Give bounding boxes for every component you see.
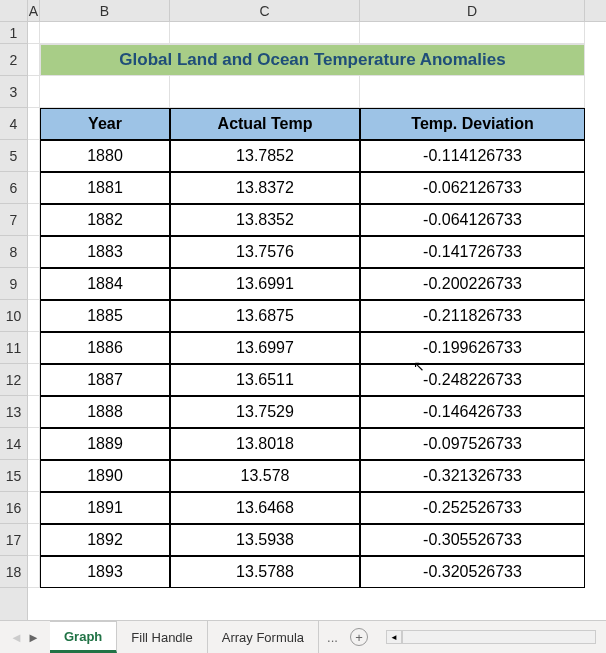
cell-actual-temp[interactable]: 13.7852	[170, 140, 360, 172]
cell-temp-deviation[interactable]: -0.211826733	[360, 300, 585, 332]
cell-year[interactable]: 1885	[40, 300, 170, 332]
row-header[interactable]: 13	[0, 396, 27, 428]
cell-year[interactable]: 1884	[40, 268, 170, 300]
tab-nav-prev-icon[interactable]: ◄	[10, 630, 23, 645]
cell-temp-deviation[interactable]: -0.320526733	[360, 556, 585, 588]
cell-year[interactable]: 1889	[40, 428, 170, 460]
row-header[interactable]: 11	[0, 332, 27, 364]
tab-nav-next-icon[interactable]: ►	[27, 630, 40, 645]
cell-actual-temp[interactable]: 13.7529	[170, 396, 360, 428]
sheet-title: Global Land and Ocean Temperature Anomal…	[40, 44, 585, 76]
sheet-tab-fill-handle[interactable]: Fill Handle	[117, 621, 207, 653]
cell-temp-deviation[interactable]: -0.141726733	[360, 236, 585, 268]
table-row: 188213.8352-0.064126733	[28, 204, 606, 236]
cell-temp-deviation[interactable]: -0.062126733	[360, 172, 585, 204]
row-header[interactable]: 4	[0, 108, 27, 140]
cell-year[interactable]: 1893	[40, 556, 170, 588]
cell-temp-deviation[interactable]: -0.321326733	[360, 460, 585, 492]
more-tabs-indicator[interactable]: ...	[327, 630, 338, 645]
column-header[interactable]: D	[360, 0, 585, 21]
table-row: 188913.8018-0.097526733	[28, 428, 606, 460]
row-header[interactable]: 16	[0, 492, 27, 524]
table-row: 188313.7576-0.141726733	[28, 236, 606, 268]
row-header[interactable]: 3	[0, 76, 27, 108]
add-sheet-button[interactable]: +	[350, 628, 368, 646]
row-header[interactable]: 17	[0, 524, 27, 556]
table-row: 188113.8372-0.062126733	[28, 172, 606, 204]
row-header[interactable]: 1	[0, 22, 27, 44]
tab-nav-arrows[interactable]: ◄ ►	[0, 630, 50, 645]
table-row: 189113.6468-0.252526733	[28, 492, 606, 524]
cell-actual-temp[interactable]: 13.5788	[170, 556, 360, 588]
cell-temp-deviation[interactable]: -0.305526733	[360, 524, 585, 556]
table-row: 189213.5938-0.305526733	[28, 524, 606, 556]
cell-actual-temp[interactable]: 13.6468	[170, 492, 360, 524]
row-header[interactable]: 18	[0, 556, 27, 588]
cell-actual-temp[interactable]: 13.8018	[170, 428, 360, 460]
row-header[interactable]: 12	[0, 364, 27, 396]
horizontal-scrollbar[interactable]: ◄	[386, 628, 596, 646]
select-all-corner[interactable]	[0, 0, 27, 22]
cell-year[interactable]: 1890	[40, 460, 170, 492]
cell-actual-temp[interactable]: 13.6875	[170, 300, 360, 332]
cell-actual-temp[interactable]: 13.578	[170, 460, 360, 492]
cell-year[interactable]: 1883	[40, 236, 170, 268]
cell-temp-deviation[interactable]: -0.114126733	[360, 140, 585, 172]
cell-year[interactable]: 1881	[40, 172, 170, 204]
cell-year[interactable]: 1882	[40, 204, 170, 236]
cell-actual-temp[interactable]: 13.6997	[170, 332, 360, 364]
row-header[interactable]: 10	[0, 300, 27, 332]
table-row: 188013.7852-0.114126733	[28, 140, 606, 172]
table-row: 188513.6875-0.211826733	[28, 300, 606, 332]
col-header-temp-deviation[interactable]: Temp. Deviation	[360, 108, 585, 140]
table-row: 188613.6997-0.199626733	[28, 332, 606, 364]
cell-temp-deviation[interactable]: -0.252526733	[360, 492, 585, 524]
cell-year[interactable]: 1891	[40, 492, 170, 524]
cell-temp-deviation[interactable]: -0.097526733	[360, 428, 585, 460]
row-header[interactable]: 8	[0, 236, 27, 268]
scroll-track[interactable]	[402, 630, 596, 644]
cell-temp-deviation[interactable]: -0.200226733	[360, 268, 585, 300]
row-header[interactable]: 9	[0, 268, 27, 300]
worksheet-grid[interactable]: Global Land and Ocean Temperature Anomal…	[28, 22, 606, 588]
cell-year[interactable]: 1888	[40, 396, 170, 428]
cell-actual-temp[interactable]: 13.6991	[170, 268, 360, 300]
row-header[interactable]: 15	[0, 460, 27, 492]
table-row: 189313.5788-0.320526733	[28, 556, 606, 588]
cell-actual-temp[interactable]: 13.7576	[170, 236, 360, 268]
cell-year[interactable]: 1892	[40, 524, 170, 556]
row-header-strip: 1 2 3 4 5 6 7 8 9 10 11 12 13 14 15 16 1…	[0, 0, 28, 620]
cell-year[interactable]: 1887	[40, 364, 170, 396]
table-row: 189013.578-0.321326733	[28, 460, 606, 492]
sheet-tab-array-formula[interactable]: Array Formula	[208, 621, 319, 653]
col-header-actual-temp[interactable]: Actual Temp	[170, 108, 360, 140]
cell-actual-temp[interactable]: 13.8372	[170, 172, 360, 204]
cell-year[interactable]: 1880	[40, 140, 170, 172]
cell-actual-temp[interactable]: 13.8352	[170, 204, 360, 236]
table-row: 188713.6511-0.248226733	[28, 364, 606, 396]
cell-actual-temp[interactable]: 13.5938	[170, 524, 360, 556]
cell-temp-deviation[interactable]: -0.064126733	[360, 204, 585, 236]
row-header[interactable]: 14	[0, 428, 27, 460]
cell-actual-temp[interactable]: 13.6511	[170, 364, 360, 396]
table-row: 188413.6991-0.200226733	[28, 268, 606, 300]
sheet-tab-graph[interactable]: Graph	[50, 621, 117, 653]
row-header[interactable]: 2	[0, 44, 27, 76]
cell-temp-deviation[interactable]: -0.146426733	[360, 396, 585, 428]
col-header-year[interactable]: Year	[40, 108, 170, 140]
sheet-tab-strip: ◄ ► Graph Fill Handle Array Formula ... …	[0, 620, 606, 653]
row-header[interactable]: 5	[0, 140, 27, 172]
row-header[interactable]: 7	[0, 204, 27, 236]
column-header[interactable]: B	[40, 0, 170, 21]
cell-temp-deviation[interactable]: -0.248226733	[360, 364, 585, 396]
column-header[interactable]: A	[28, 0, 40, 21]
cell-year[interactable]: 1886	[40, 332, 170, 364]
column-header-strip: A B C D	[28, 0, 606, 22]
row-header[interactable]: 6	[0, 172, 27, 204]
scroll-left-icon[interactable]: ◄	[386, 630, 402, 644]
table-row: 188813.7529-0.146426733	[28, 396, 606, 428]
column-header[interactable]: C	[170, 0, 360, 21]
cell-temp-deviation[interactable]: -0.199626733	[360, 332, 585, 364]
